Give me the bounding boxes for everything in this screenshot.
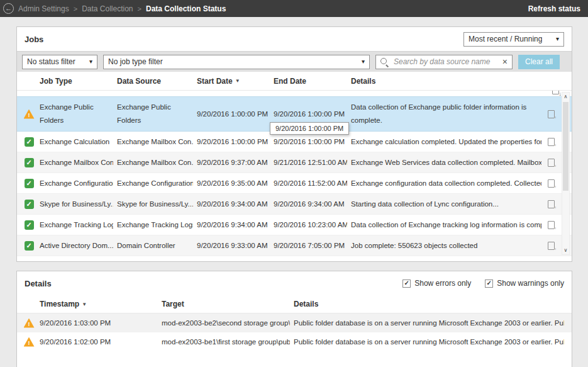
details-filters: ✓ Show errors only ✓ Show warnings only [402, 279, 564, 288]
data-source-cell: Exchange Configuration [113, 179, 193, 187]
table-row[interactable]: ! 9/20/2016 1:02:00 PM mod-ex2003-be1\fi… [17, 332, 572, 351]
column-header-details[interactable]: Details [290, 300, 564, 308]
exclamation-glyph: ! [28, 340, 30, 347]
column-header-start-date-label: Start Date [197, 77, 233, 86]
end-date-tooltip: 9/20/2016 1:00:00 PM [270, 122, 349, 135]
back-button[interactable]: ← [3, 3, 14, 14]
jobs-table: Job Type Data Source Start Date ▼ End Da… [17, 72, 572, 261]
details-panel-header: Details ✓ Show errors only ✓ Show warnin… [17, 271, 572, 295]
start-date-cell: 9/20/2016 9:34:00 AM [193, 221, 270, 229]
show-warnings-checkbox[interactable]: ✓ [485, 279, 493, 288]
breadcrumb-data-collection[interactable]: Data Collection [82, 4, 133, 13]
start-date-cell: 9/20/2016 9:34:00 AM [193, 200, 270, 208]
copy-icon[interactable] [548, 200, 555, 208]
job-type-cell: Exchange Configuration [36, 179, 113, 187]
status-filter-dropdown[interactable]: No status filter ▾ [22, 55, 97, 69]
data-source-cell: Exchange Mailbox Con... [113, 159, 193, 166]
status-filter-value: No status filter [27, 57, 75, 66]
table-row[interactable]: ✓ Exchange Tracking Logs Exchange Tracki… [17, 215, 572, 235]
job-type-cell: Exchange Calculation [36, 138, 113, 145]
table-row[interactable]: ! 9/20/2016 1:03:00 PM mod-ex2003-be2\se… [17, 313, 572, 332]
column-header-timestamp[interactable]: Timestamp ▼ [36, 300, 158, 308]
end-date-cell: 9/20/2016 11:52:00 AM [270, 179, 347, 187]
copy-icon[interactable] [548, 242, 555, 250]
copy-icon[interactable] [548, 159, 555, 167]
table-row[interactable]: ✓ Exchange Mailbox Con... Exchange Mailb… [17, 152, 572, 173]
warning-icon: ! [24, 319, 35, 328]
check-glyph: ✓ [26, 159, 31, 167]
scrollbar-thumb[interactable] [563, 102, 569, 191]
job-type-cell: Exchange Tracking Logs [36, 221, 113, 229]
jobs-filter-bar: No status filter ▾ No job type filter ▾ … [17, 51, 572, 72]
show-errors-filter[interactable]: ✓ Show errors only [402, 279, 471, 288]
check-glyph: ✓ [26, 242, 31, 250]
search-box[interactable]: × [375, 55, 513, 69]
sort-desc-icon: ▼ [82, 302, 87, 307]
timestamp-cell: 9/20/2016 1:02:00 PM [36, 338, 158, 346]
table-row[interactable]: ✓ Exchange Configuration Exchange Config… [17, 173, 572, 194]
jobs-panel: Jobs Most recent / Running ▾ No status f… [16, 26, 572, 262]
jobs-sort-dropdown[interactable]: Most recent / Running ▾ [463, 32, 564, 47]
start-date-cell: 9/20/2016 1:00:00 PM [193, 110, 270, 118]
end-date-cell: 9/20/2016 1:00:00 PM [270, 110, 347, 118]
details-cell: Exchange calculation completed. Updated … [347, 138, 541, 145]
column-header-end-date[interactable]: End Date [270, 77, 347, 86]
jobs-table-header: Job Type Data Source Start Date ▼ End Da… [17, 72, 572, 91]
show-errors-checkbox[interactable]: ✓ [402, 279, 411, 288]
chevron-down-icon: ▾ [362, 59, 365, 65]
details-cell: Starting data collection of Lync configu… [347, 200, 541, 208]
details-cell: Job complete: 550623 objects collected [347, 242, 541, 249]
table-row[interactable]: ✓ Skype for Business/Ly... Skype for Bus… [17, 194, 572, 215]
column-header-data-source[interactable]: Data Source [113, 77, 193, 86]
page-content: Jobs Most recent / Running ▾ No status f… [0, 17, 588, 367]
breadcrumb-current-page: Data Collection Status [146, 4, 226, 13]
search-icon [380, 58, 389, 66]
column-header-target[interactable]: Target [158, 300, 290, 308]
job-type-cell: Exchange Mailbox Con... [36, 159, 113, 166]
details-cell: Exchange Web Services data collection co… [347, 159, 541, 166]
jobs-panel-header: Jobs Most recent / Running ▾ [17, 27, 572, 51]
column-header-timestamp-label: Timestamp [40, 300, 79, 308]
details-table-header: Timestamp ▼ Target Details [17, 295, 572, 313]
refresh-status-link[interactable]: Refresh status [528, 4, 580, 13]
chevron-down-icon: ▾ [556, 36, 559, 42]
job-type-filter-dropdown[interactable]: No job type filter ▾ [103, 55, 370, 69]
scroll-up-icon[interactable]: ∧ [564, 93, 568, 101]
copy-icon[interactable] [548, 221, 555, 229]
start-date-cell: 9/20/2016 9:37:00 AM [193, 159, 270, 166]
data-source-cell: Domain Controller [113, 242, 193, 249]
success-icon: ✓ [25, 179, 34, 188]
details-panel: Details ✓ Show errors only ✓ Show warnin… [16, 271, 572, 367]
column-header-details[interactable]: Details [347, 77, 541, 86]
end-date-cell: 9/20/2016 7:05:00 PM [270, 242, 347, 249]
job-type-cell: Skype for Business/Ly... [36, 200, 113, 208]
column-header-start-date[interactable]: Start Date ▼ [193, 77, 270, 86]
breadcrumb-separator: > [74, 5, 77, 13]
start-date-cell: 9/20/2016 1:00:00 PM [193, 138, 270, 145]
end-date-cell: 9/20/2016 10:23:00 AM [270, 221, 347, 229]
end-date-cell: 9/21/2016 12:51:00 AM [270, 159, 347, 166]
job-type-filter-value: No job type filter [108, 57, 163, 66]
job-type-cell: Active Directory Dom... [36, 242, 113, 249]
breadcrumb-admin-settings[interactable]: Admin Settings [18, 4, 69, 13]
details-cell: Data collection of Exchange tracking log… [347, 221, 541, 229]
table-row[interactable]: ✓ Active Directory Dom... Domain Control… [17, 235, 572, 256]
start-date-cell: 9/20/2016 9:33:00 AM [193, 242, 270, 249]
copy-icon[interactable] [548, 138, 555, 146]
clear-all-button[interactable]: Clear all [518, 55, 560, 69]
check-glyph: ✓ [26, 179, 31, 188]
copy-icon[interactable] [548, 179, 555, 188]
warning-icon: ! [24, 337, 35, 347]
success-icon: ✓ [25, 200, 34, 209]
copy-icon[interactable] [548, 110, 555, 118]
scroll-down-icon[interactable]: ∨ [564, 246, 568, 254]
check-glyph: ✓ [26, 221, 31, 229]
vertical-scrollbar[interactable]: ∧ ∨ [562, 92, 570, 255]
search-input[interactable] [392, 57, 499, 67]
show-warnings-label: Show warnings only [497, 279, 564, 288]
column-header-job-type[interactable]: Job Type [36, 77, 113, 86]
target-cell: mod-ex2003-be2\second storage group\... [158, 319, 290, 327]
top-bar: ← Admin Settings > Data Collection > Dat… [0, 0, 588, 17]
show-warnings-filter[interactable]: ✓ Show warnings only [485, 279, 564, 288]
clear-search-icon[interactable]: × [502, 57, 508, 66]
